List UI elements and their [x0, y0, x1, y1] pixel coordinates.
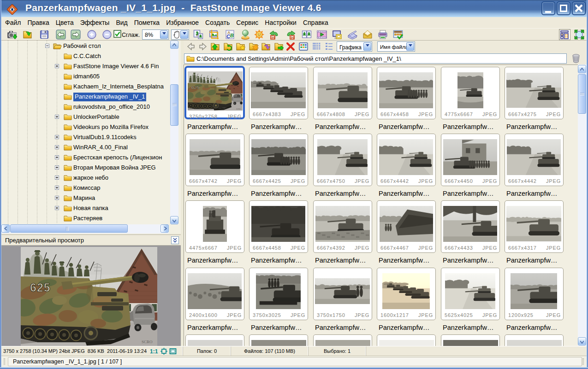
svg-text:90: 90 [291, 36, 294, 40]
svg-text:90: 90 [271, 36, 275, 40]
svg-text:B: B [230, 33, 234, 38]
